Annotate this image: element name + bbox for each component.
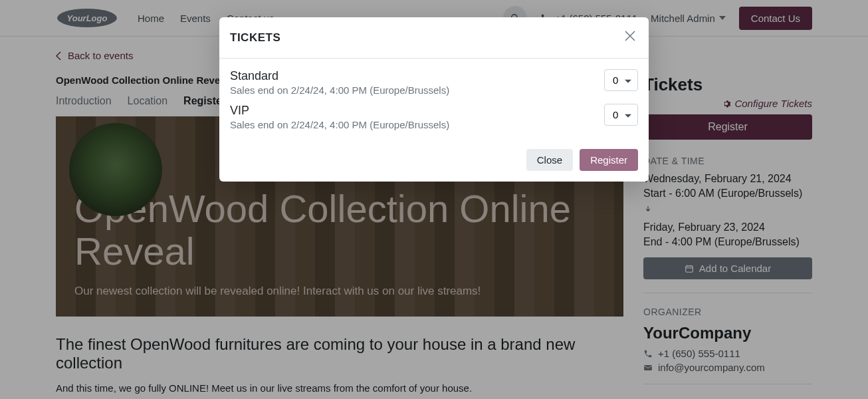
ticket-sales-end: Sales end on 2/24/24, 4:00 PM (Europe/Br…: [230, 84, 449, 96]
tickets-modal: TICKETS Standard Sales end on 2/24/24, 4…: [219, 17, 649, 182]
modal-footer: Close Register: [219, 149, 649, 182]
modal-close-footer-button[interactable]: Close: [526, 149, 573, 171]
ticket-name: Standard: [230, 69, 449, 83]
modal-title: TICKETS: [230, 31, 280, 45]
modal-register-button[interactable]: Register: [580, 149, 638, 171]
ticket-sales-end: Sales end on 2/24/24, 4:00 PM (Europe/Br…: [230, 119, 449, 130]
modal-body: Standard Sales end on 2/24/24, 4:00 PM (…: [219, 59, 649, 149]
ticket-qty-vip[interactable]: 0: [604, 104, 638, 126]
close-icon: [625, 31, 635, 41]
modal-close-button[interactable]: [622, 28, 638, 47]
modal-header: TICKETS: [219, 17, 649, 59]
ticket-name: VIP: [230, 104, 449, 118]
ticket-row-standard: Standard Sales end on 2/24/24, 4:00 PM (…: [230, 69, 638, 96]
ticket-row-vip: VIP Sales end on 2/24/24, 4:00 PM (Europ…: [230, 104, 638, 130]
ticket-qty-standard[interactable]: 0: [604, 69, 638, 91]
